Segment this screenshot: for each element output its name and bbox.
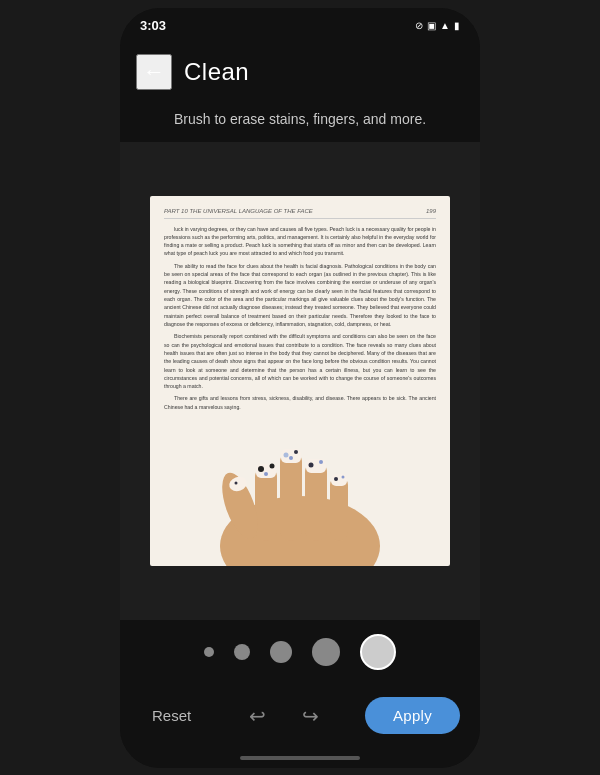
history-buttons: ↩ ↪ xyxy=(241,700,327,732)
status-bar: 3:03 ⊘ ▣ ▲ ▮ xyxy=(120,8,480,44)
brush-selector xyxy=(120,620,480,684)
svg-point-19 xyxy=(342,475,345,478)
brush-size-md[interactable] xyxy=(270,641,292,663)
book-page: PART 10 THE UNIVERSAL LANGUAGE OF THE FA… xyxy=(150,196,450,566)
svg-point-18 xyxy=(334,477,338,481)
svg-point-7 xyxy=(258,466,264,472)
book-text: luck in varying degrees, or they can hav… xyxy=(164,225,436,412)
status-time: 3:03 xyxy=(140,18,166,33)
svg-point-12 xyxy=(294,450,298,454)
redo-button[interactable]: ↪ xyxy=(294,700,327,732)
phone-shell: 3:03 ⊘ ▣ ▲ ▮ ← Clean Brush to erase stai… xyxy=(120,8,480,768)
brush-size-xl[interactable] xyxy=(360,634,396,670)
svg-point-15 xyxy=(309,462,314,467)
canvas-area[interactable]: PART 10 THE UNIVERSAL LANGUAGE OF THE FA… xyxy=(120,142,480,620)
app-bar: ← Clean xyxy=(120,44,480,100)
wifi-icon: ▣ xyxy=(427,20,436,31)
svg-point-21 xyxy=(235,481,238,484)
app-title: Clean xyxy=(184,58,249,86)
apply-button[interactable]: Apply xyxy=(365,697,460,734)
undo-button[interactable]: ↩ xyxy=(241,700,274,732)
bottom-bar: Reset ↩ ↪ Apply xyxy=(120,684,480,748)
svg-rect-2 xyxy=(280,451,302,541)
back-button[interactable]: ← xyxy=(136,54,172,90)
svg-point-13 xyxy=(289,456,293,460)
brush-size-lg[interactable] xyxy=(312,638,340,666)
notification-icon: ⊘ xyxy=(415,20,423,31)
book-header: PART 10 THE UNIVERSAL LANGUAGE OF THE FA… xyxy=(164,208,436,219)
svg-rect-17 xyxy=(331,474,347,486)
brush-size-sm[interactable] xyxy=(234,644,250,660)
hand-overlay xyxy=(200,406,400,566)
svg-point-11 xyxy=(284,452,289,457)
subtitle-text: Brush to erase stains, fingers, and more… xyxy=(174,111,426,127)
reset-button[interactable]: Reset xyxy=(140,699,203,732)
home-bar xyxy=(240,756,360,760)
svg-point-8 xyxy=(270,463,275,468)
status-icons: ⊘ ▣ ▲ ▮ xyxy=(415,20,460,31)
battery-icon: ▮ xyxy=(454,20,460,31)
svg-point-16 xyxy=(319,460,323,464)
subtitle-area: Brush to erase stains, fingers, and more… xyxy=(120,100,480,142)
home-indicator xyxy=(120,748,480,768)
brush-size-xs[interactable] xyxy=(204,647,214,657)
svg-point-9 xyxy=(264,472,268,476)
signal-icon: ▲ xyxy=(440,20,450,31)
